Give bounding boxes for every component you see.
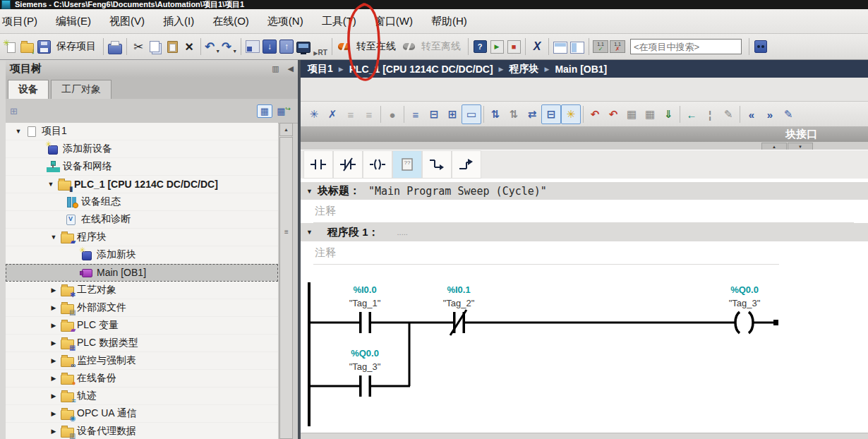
- scroll-up-button[interactable]: ▲: [279, 123, 293, 136]
- collapse-arrow-icon[interactable]: ▶: [48, 357, 59, 364]
- tree-item-device-configuration[interactable]: 设备组态: [6, 193, 278, 211]
- tree-item-devices-networks[interactable]: 设备和网络: [6, 158, 278, 176]
- search-input[interactable]: [630, 39, 742, 54]
- collapse-arrow-icon[interactable]: ▶: [48, 428, 59, 435]
- tree-item-add-new-device[interactable]: 添加新设备: [6, 140, 278, 158]
- scrollbar-thumb[interactable]: ≡: [279, 137, 293, 439]
- nc-contact-tag2[interactable]: %I0.1 "Tag_2": [443, 284, 475, 335]
- new-project-button[interactable]: [1, 37, 18, 56]
- breadcrumb-item[interactable]: 程序块: [509, 63, 538, 76]
- menu-item[interactable]: 视图(V): [100, 15, 154, 28]
- redo-button[interactable]: ↷▼: [221, 37, 238, 56]
- go-online-button[interactable]: [335, 37, 352, 56]
- breadcrumb-item[interactable]: 项目1: [308, 63, 333, 76]
- block-title-value[interactable]: "Main Program Sweep (Cycle)": [368, 185, 547, 198]
- tree-item-traces[interactable]: ▶ 轨迹: [6, 387, 278, 405]
- goto-network-icon[interactable]: ●: [383, 105, 402, 124]
- favorite-coil-button[interactable]: [363, 150, 392, 179]
- collapse-arrow-icon[interactable]: ▶: [48, 304, 59, 311]
- tree-scrollbar[interactable]: ▲ ≡: [279, 123, 291, 439]
- coil-tag3[interactable]: %Q0.0 "Tag_3": [729, 284, 778, 333]
- collapse-arrow-icon[interactable]: ▶: [48, 392, 59, 399]
- keep-layout-button[interactable]: 1.1✓: [592, 37, 609, 56]
- stop-cpu-button[interactable]: ■: [505, 37, 522, 56]
- reset-layout-button[interactable]: 1.1✗: [609, 37, 626, 56]
- rewire-operand-icon[interactable]: ←: [682, 105, 701, 124]
- previous-bookmark-icon[interactable]: «: [742, 105, 761, 124]
- no-contact-branch-tag3[interactable]: %Q0.0 "Tag_3": [349, 348, 381, 397]
- delete-row-icon[interactable]: ≡: [360, 105, 378, 124]
- network-comments-icon[interactable]: ▭: [462, 104, 481, 124]
- delete-network-icon[interactable]: ✗: [323, 105, 342, 124]
- tab-plant-objects[interactable]: 工厂对象: [51, 80, 111, 99]
- start-simulation-button[interactable]: [295, 37, 312, 56]
- menu-item[interactable]: 工具(T): [313, 15, 366, 28]
- favorite-close-branch-button[interactable]: [452, 150, 481, 179]
- menu-item[interactable]: 插入(I): [154, 15, 203, 28]
- breadcrumb-item[interactable]: Main [OB1]: [555, 64, 607, 75]
- block-comment-row[interactable]: 注释: [301, 200, 868, 223]
- undo-button[interactable]: ↶▼: [204, 37, 221, 56]
- print-button[interactable]: [107, 37, 123, 56]
- expand-arrow-icon[interactable]: ▼: [48, 234, 59, 241]
- collapse-arrow-icon[interactable]: ▶: [48, 322, 59, 329]
- save-project-label[interactable]: 保存项目: [52, 40, 100, 53]
- project-library-button[interactable]: [752, 37, 769, 56]
- cross-references-button[interactable]: X: [529, 37, 545, 56]
- details-view-icon[interactable]: ▦: [257, 104, 272, 118]
- collapse-network-icon[interactable]: ▼: [306, 229, 318, 236]
- collapse-panel-icon[interactable]: ◀: [284, 64, 298, 73]
- split-editor-horizontal-button[interactable]: [552, 37, 569, 56]
- download-to-device-button[interactable]: ↓: [261, 37, 278, 56]
- menu-item[interactable]: 选项(N): [258, 15, 313, 28]
- start-cpu-button[interactable]: ▶: [488, 37, 505, 56]
- tree-item-external-sources[interactable]: ▶ 外部源文件: [6, 299, 278, 317]
- tree-item-plc-tags[interactable]: ▶ PLC 变量: [6, 317, 278, 335]
- sort-tree-icon[interactable]: ⊞: [6, 106, 22, 116]
- favorite-nc-contact-button[interactable]: [333, 150, 363, 179]
- apply-start-values-icon[interactable]: ⇓: [659, 105, 677, 124]
- delete-button[interactable]: ×: [181, 37, 198, 56]
- tree-item-project[interactable]: ▼ 项目1: [6, 123, 278, 140]
- expand-arrow-icon[interactable]: ▼: [45, 181, 56, 188]
- tree-item-device-proxy-data[interactable]: ▶ 设备代理数据: [6, 423, 278, 439]
- tree-item-online-backups[interactable]: ▶ 在线备份: [6, 370, 278, 387]
- free-comment-icon[interactable]: ✎: [779, 105, 797, 124]
- operand-display-icon[interactable]: ⇄: [523, 105, 541, 124]
- open-project-button[interactable]: [18, 37, 35, 56]
- collapse-arrow-icon[interactable]: ▶: [48, 410, 59, 417]
- cut-button[interactable]: ✂: [130, 37, 147, 56]
- menu-item[interactable]: 在线(O): [203, 15, 258, 28]
- block-title-bar[interactable]: ▼ 块标题： "Main Program Sweep (Cycle)": [301, 182, 868, 200]
- create-snapshot-icon[interactable]: ▦: [641, 105, 659, 124]
- discard-changes-icon[interactable]: ↶: [586, 105, 604, 124]
- load-snapshot-icon[interactable]: ▦: [622, 105, 641, 124]
- go-online-label[interactable]: 转至在线: [352, 40, 400, 53]
- paste-button[interactable]: [164, 37, 181, 56]
- insert-row-icon[interactable]: ≡: [342, 105, 360, 124]
- menu-item[interactable]: 编辑(E): [47, 15, 100, 28]
- collapse-block-title-icon[interactable]: ▼: [306, 188, 318, 195]
- collapse-arrow-icon[interactable]: ▶: [48, 375, 59, 382]
- discard-all-changes-icon[interactable]: ↶: [604, 105, 622, 124]
- tab-devices[interactable]: 设备: [8, 80, 49, 99]
- copy-button[interactable]: [147, 37, 164, 56]
- tree-item-watch-force-tables[interactable]: ▶ 监控与强制表: [6, 352, 278, 370]
- compile-button[interactable]: [244, 37, 261, 56]
- menu-item[interactable]: 帮助(H): [422, 15, 476, 28]
- tree-item-technology-objects[interactable]: ▶ 工艺对象: [6, 282, 278, 299]
- favorites-toolbar-icon[interactable]: ✳: [561, 104, 581, 124]
- menu-item[interactable]: 项目(P): [0, 15, 47, 28]
- no-contact-tag1[interactable]: %I0.0 "Tag_1": [349, 284, 381, 333]
- hide-operand-info-icon[interactable]: ⊟: [541, 104, 561, 124]
- block-interface-bar[interactable]: 块接口: [301, 126, 868, 142]
- show-all-networks-icon[interactable]: ≡: [406, 105, 425, 124]
- tree-item-add-new-block[interactable]: 添加新块: [6, 246, 278, 264]
- go-offline-button[interactable]: [400, 37, 417, 56]
- start-runtime-button[interactable]: ▶RT: [312, 37, 329, 56]
- insert-network-icon[interactable]: ✳: [305, 105, 323, 124]
- network-comment-placeholder[interactable]: 注释: [301, 246, 336, 260]
- tree-item-plc1[interactable]: ▼ PLC_1 [CPU 1214C DC/DC/DC]: [6, 176, 278, 193]
- network-comment-row[interactable]: 注释: [301, 241, 868, 265]
- absolute-operands-icon[interactable]: ⇅: [486, 105, 505, 124]
